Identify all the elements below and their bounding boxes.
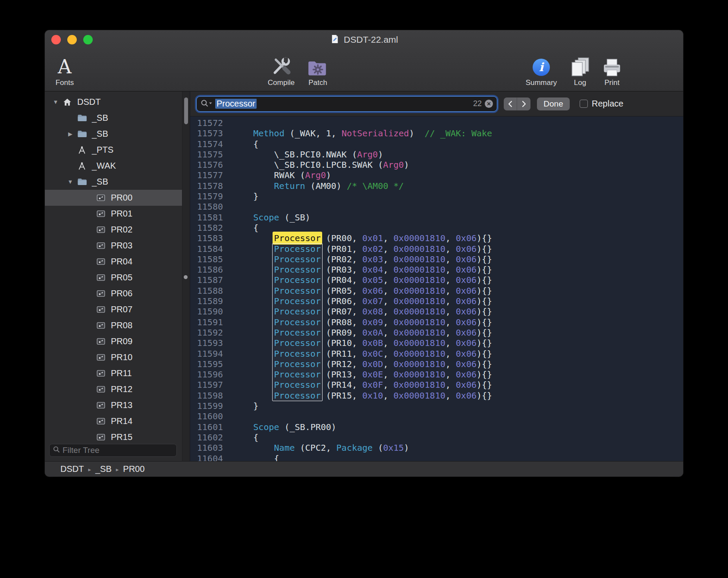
find-bar: Processor 22 ✕ Done [190,91,683,116]
code-line: 11575 \_SB.PCI0.NWAK (Arg0) [190,149,683,160]
line-number: 11581 [190,212,229,223]
sidebar-item-pr10[interactable]: PR10 [45,349,182,365]
find-match: Processor [274,349,320,359]
patch-button[interactable]: Patch [298,49,338,89]
sidebar-item-_sb[interactable]: _SB [45,110,182,126]
processor-icon [96,209,106,219]
code-line: 11590 Processor (PR07, 0x08, 0x00001810,… [190,306,683,317]
titlebar[interactable]: DSDT-22.aml [45,30,683,49]
code-text: \_SB.PCI0.NWAK (Arg0) [229,149,383,160]
breadcrumb-item[interactable]: _SB [95,464,112,474]
sidebar-item-dsdt[interactable]: ▼DSDT [45,94,182,110]
sidebar-item-pr05[interactable]: PR05 [45,270,182,286]
minimize-button[interactable] [67,35,77,44]
replace-label: Replace [592,99,623,109]
code-text: Processor (PR09, 0x0A, 0x00001810, 0x06)… [229,327,492,338]
code-line: 11586 Processor (PR03, 0x04, 0x00001810,… [190,264,683,275]
filter-tree-input[interactable] [63,446,173,455]
code-text: Processor (PR12, 0x0D, 0x00001810, 0x06)… [229,359,492,369]
find-previous-button[interactable] [504,97,517,110]
sidebar-item-pr13[interactable]: PR13 [45,397,182,413]
sidebar-scrollbar[interactable] [182,91,190,461]
sidebar-item-pr02[interactable]: PR02 [45,222,182,238]
code-text: Processor (PR02, 0x03, 0x00001810, 0x06)… [229,254,492,264]
code-line: 11594 Processor (PR11, 0x0C, 0x00001810,… [190,349,683,359]
disclosure-right-icon[interactable]: ▶ [64,131,77,137]
find-query-selected-text: Processor [215,99,257,109]
code-text: Processor (PR05, 0x06, 0x00001810, 0x06)… [229,286,492,296]
print-icon [601,53,623,77]
filter-tree-field[interactable] [49,444,177,457]
fonts-button[interactable]: A Fonts [45,49,85,89]
search-icon [53,446,60,455]
find-input[interactable]: Processor 22 ✕ [196,96,497,112]
summary-icon: i [531,53,551,77]
scrollbar-thumb[interactable] [184,97,188,124]
code-text: { [229,139,258,149]
patch-icon [307,53,329,77]
summary-button[interactable]: i Summary [521,49,561,89]
code-line: 11581 Scope (_SB) [190,212,683,223]
breadcrumb-separator-icon: ▸ [116,465,119,473]
sidebar-item-pr07[interactable]: PR07 [45,302,182,317]
sidebar-item-pr06[interactable]: PR06 [45,286,182,302]
sidebar-item-pr04[interactable]: PR04 [45,254,182,270]
find-match: Processor [274,286,320,296]
breadcrumb-item[interactable]: DSDT [60,464,84,474]
replace-checkbox[interactable] [580,100,588,108]
line-number: 11604 [190,453,229,462]
sidebar-item-pr08[interactable]: PR08 [45,317,182,333]
splitter-handle[interactable] [184,275,188,279]
sidebar-item-label: _SB [92,129,108,139]
folder-icon [77,129,87,139]
app-window: DSDT-22.aml A Fonts [45,30,683,477]
clear-search-button[interactable]: ✕ [485,100,493,108]
sidebar-item-pr12[interactable]: PR12 [45,381,182,397]
code-area[interactable]: 1157211573 Method (_WAK, 1, NotSerialize… [190,116,683,461]
sidebar-item-pr09[interactable]: PR09 [45,333,182,349]
breadcrumb-item[interactable]: PR00 [123,464,144,474]
sidebar-item-pr03[interactable]: PR03 [45,238,182,254]
code-text: { [229,453,279,462]
processor-icon [96,193,106,203]
line-number: 11579 [190,191,229,201]
filter-tree-wrap [45,440,182,461]
document-icon [330,34,340,46]
toolbar-item-label: Log [574,79,586,87]
disclosure-down-icon[interactable]: ▼ [49,99,62,105]
code-text: } [229,401,258,411]
close-button[interactable] [51,35,61,44]
compile-icon [270,53,292,77]
sidebar-item-pr01[interactable]: PR01 [45,206,182,222]
sidebar-item-_sb[interactable]: ▶_SB [45,126,182,142]
sidebar-item-label: PR04 [111,257,132,267]
compile-button[interactable]: Compile [261,49,301,89]
sidebar-item-pr00[interactable]: PR00 [45,190,182,206]
sidebar-item-pr11[interactable]: PR11 [45,365,182,381]
sidebar-item-pr15[interactable]: PR15 [45,429,182,440]
sidebar-item-_pts[interactable]: _PTS [45,142,182,158]
search-options-icon[interactable] [201,99,212,109]
find-next-button[interactable] [517,97,530,110]
done-button[interactable]: Done [537,97,570,110]
code-text: Processor (PR11, 0x0C, 0x00001810, 0x06)… [229,349,492,359]
code-text: Processor (PR07, 0x08, 0x00001810, 0x06)… [229,306,492,317]
print-button[interactable]: Print [592,49,632,89]
processor-icon [96,305,106,315]
sidebar-item-label: PR01 [111,209,132,219]
zoom-button[interactable] [83,35,93,44]
code-line: 11572 [190,118,683,128]
window-header: DSDT-22.aml A Fonts [45,30,683,91]
line-number: 11589 [190,296,229,306]
sidebar-item-_sb[interactable]: ▼_SB [45,174,182,190]
sidebar-item-_wak[interactable]: _WAK [45,158,182,174]
code-line: 11583 Processor (PR00, 0x01, 0x00001810,… [190,233,683,243]
sidebar-item-label: PR11 [111,368,132,378]
sidebar-item-pr14[interactable]: PR14 [45,413,182,429]
processor-icon [96,384,106,395]
breadcrumb: DSDT▸_SB▸PR00 [45,461,683,477]
disclosure-down-icon[interactable]: ▼ [64,179,77,185]
replace-option: Replace [580,99,623,109]
toolbar: A Fonts Compile [45,49,683,91]
line-number: 11575 [190,149,229,160]
